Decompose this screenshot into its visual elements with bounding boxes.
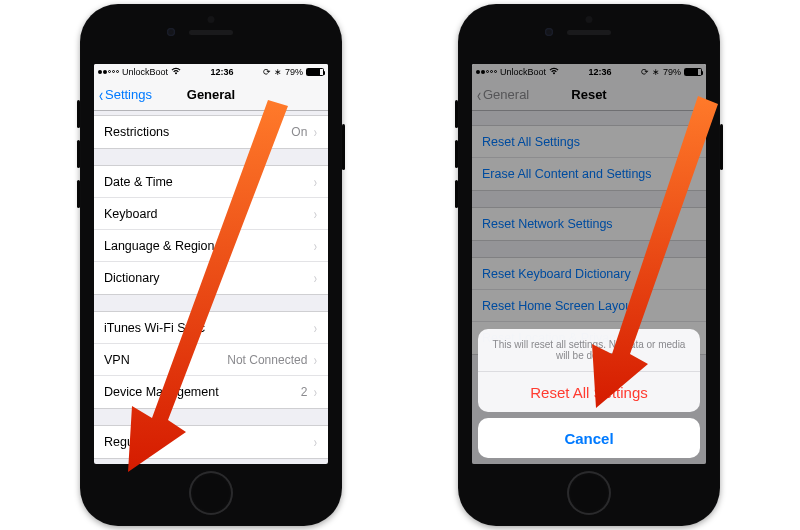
carrier-label: UnlockBoot — [122, 67, 168, 77]
bluetooth-icon: ∗ — [274, 67, 282, 77]
row-value: 2 — [301, 385, 308, 399]
chevron-right-icon: › — [314, 434, 317, 450]
signal-dots-icon — [98, 70, 119, 74]
screen-general: UnlockBoot 12:36 ⟳ ∗ 79% ‹ Settings — [94, 64, 328, 464]
status-time: 12:36 — [210, 67, 233, 77]
home-button[interactable] — [567, 471, 611, 515]
row-label: Restrictions — [104, 125, 291, 139]
row-dictionary[interactable]: Dictionary › — [94, 262, 328, 294]
cancel-button[interactable]: Cancel — [478, 418, 700, 458]
orientation-lock-icon: ⟳ — [263, 67, 271, 77]
row-keyboard[interactable]: Keyboard › — [94, 198, 328, 230]
row-device-management[interactable]: Device Management 2 › — [94, 376, 328, 408]
row-date-time[interactable]: Date & Time › — [94, 166, 328, 198]
action-sheet-card: This will reset all settings. No data or… — [478, 329, 700, 412]
back-label: Settings — [105, 87, 152, 102]
chevron-right-icon: › — [314, 352, 317, 368]
proximity-sensor — [208, 16, 215, 23]
row-label: VPN — [104, 353, 227, 367]
action-sheet-message: This will reset all settings. No data or… — [478, 329, 700, 372]
earpiece-speaker — [567, 30, 611, 35]
stage: UnlockBoot 12:36 ⟳ ∗ 79% ‹ Settings — [0, 0, 800, 530]
status-bar: UnlockBoot 12:36 ⟳ ∗ 79% — [94, 64, 328, 79]
chevron-right-icon: › — [314, 384, 317, 400]
phone-left: UnlockBoot 12:36 ⟳ ∗ 79% ‹ Settings — [80, 4, 342, 526]
settings-list[interactable]: Restrictions On › Date & Time › Keyboard… — [94, 111, 328, 464]
front-camera — [545, 28, 553, 36]
chevron-right-icon: › — [314, 320, 317, 336]
chevron-right-icon: › — [314, 270, 317, 286]
row-value: On — [291, 125, 307, 139]
phone-right: UnlockBoot 12:36 ⟳ ∗ 79% ‹ General — [458, 4, 720, 526]
chevron-left-icon: ‹ — [99, 86, 103, 104]
chevron-right-icon: › — [314, 206, 317, 222]
row-label: Language & Region — [104, 239, 313, 253]
row-label: Dictionary — [104, 271, 313, 285]
page-title: General — [187, 87, 235, 102]
group-localization: Date & Time › Keyboard › Language & Regi… — [94, 165, 328, 295]
action-sheet: This will reset all settings. No data or… — [478, 329, 700, 458]
proximity-sensor — [586, 16, 593, 23]
group-restrictions: Restrictions On › — [94, 115, 328, 149]
group-regulatory: Regulatory › — [94, 425, 328, 459]
row-label: Date & Time — [104, 175, 313, 189]
home-button[interactable] — [189, 471, 233, 515]
earpiece-speaker — [189, 30, 233, 35]
row-label: Device Management — [104, 385, 301, 399]
row-restrictions[interactable]: Restrictions On › — [94, 116, 328, 148]
row-language-region[interactable]: Language & Region › — [94, 230, 328, 262]
group-connectivity: iTunes Wi-Fi Sync › VPN Not Connected › … — [94, 311, 328, 409]
row-itunes-wifi-sync[interactable]: iTunes Wi-Fi Sync › — [94, 312, 328, 344]
row-value: Not Connected — [227, 353, 307, 367]
row-vpn[interactable]: VPN Not Connected › — [94, 344, 328, 376]
front-camera — [167, 28, 175, 36]
row-label: Keyboard — [104, 207, 313, 221]
row-label: iTunes Wi-Fi Sync — [104, 321, 313, 335]
chevron-right-icon: › — [314, 238, 317, 254]
wifi-icon — [171, 67, 181, 77]
nav-bar: ‹ Settings General — [94, 79, 328, 111]
row-regulatory[interactable]: Regulatory › — [94, 426, 328, 458]
battery-icon — [306, 68, 324, 76]
reset-all-settings-button[interactable]: Reset All Settings — [478, 372, 700, 412]
row-label: Regulatory — [104, 435, 313, 449]
chevron-right-icon: › — [314, 124, 317, 140]
chevron-right-icon: › — [314, 174, 317, 190]
screen-reset: UnlockBoot 12:36 ⟳ ∗ 79% ‹ General — [472, 64, 706, 464]
back-button[interactable]: ‹ Settings — [98, 79, 152, 110]
battery-percent-label: 79% — [285, 67, 303, 77]
